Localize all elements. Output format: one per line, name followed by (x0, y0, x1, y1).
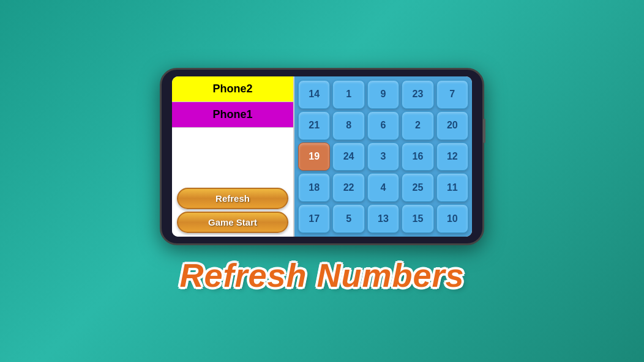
grid-cell[interactable]: 11 (436, 173, 468, 202)
number-grid: 1419237218622019243161218224251117513151… (294, 76, 472, 237)
grid-cell[interactable]: 15 (402, 204, 433, 233)
grid-cell[interactable]: 23 (402, 80, 433, 109)
grid-cell[interactable]: 21 (298, 111, 330, 140)
page-title: Refresh Numbers (179, 256, 464, 294)
phone-device: Phone2 Phone1 Refresh Game Start 1419237… (160, 68, 484, 245)
phone2-button[interactable]: Phone2 (172, 76, 293, 102)
grid-cell[interactable]: 13 (367, 204, 399, 233)
grid-cell[interactable]: 17 (298, 204, 330, 233)
grid-cell[interactable]: 18 (298, 173, 330, 202)
grid-cell[interactable]: 12 (436, 142, 468, 171)
left-panel: Phone2 Phone1 Refresh Game Start (172, 76, 294, 237)
grid-cell[interactable]: 19 (298, 142, 330, 171)
game-start-button[interactable]: Game Start (177, 212, 288, 233)
grid-cell[interactable]: 2 (402, 111, 433, 140)
refresh-button[interactable]: Refresh (177, 188, 288, 209)
grid-cell[interactable]: 16 (402, 142, 433, 171)
grid-cell[interactable]: 25 (402, 173, 433, 202)
grid-cell[interactable]: 7 (436, 80, 468, 109)
grid-cell[interactable]: 14 (298, 80, 330, 109)
phone1-button[interactable]: Phone1 (172, 102, 293, 128)
display-area (172, 128, 293, 184)
grid-cell[interactable]: 1 (332, 80, 364, 109)
main-container: Phone2 Phone1 Refresh Game Start 1419237… (160, 68, 484, 294)
grid-cell[interactable]: 9 (367, 80, 399, 109)
phone-screen: Phone2 Phone1 Refresh Game Start 1419237… (172, 76, 472, 237)
grid-cell[interactable]: 3 (367, 142, 399, 171)
grid-cell[interactable]: 24 (332, 142, 364, 171)
phone-side-button (483, 119, 485, 143)
grid-cell[interactable]: 8 (332, 111, 364, 140)
grid-cell[interactable]: 4 (367, 173, 399, 202)
grid-cell[interactable]: 22 (332, 173, 364, 202)
grid-cell[interactable]: 6 (367, 111, 399, 140)
grid-cell[interactable]: 20 (436, 111, 468, 140)
action-buttons: Refresh Game Start (172, 184, 293, 237)
grid-cell[interactable]: 5 (332, 204, 364, 233)
grid-cell[interactable]: 10 (436, 204, 468, 233)
